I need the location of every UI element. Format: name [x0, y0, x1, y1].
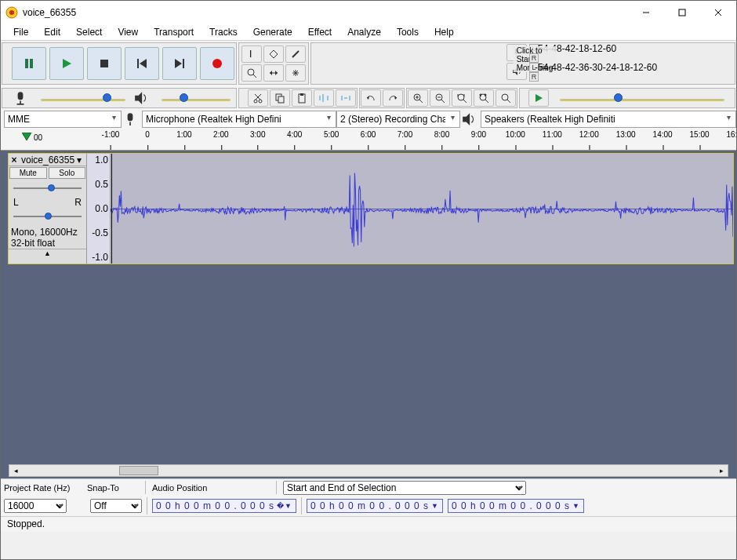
menu-view[interactable]: View: [111, 25, 144, 39]
menu-select[interactable]: Select: [70, 25, 108, 39]
track-collapse-button[interactable]: ▲: [9, 249, 86, 258]
recording-meter[interactable]: L -54-48-42 Click to Start Monitoring -1…: [529, 44, 539, 61]
envelope-tool-button[interactable]: [263, 45, 284, 63]
silence-button[interactable]: [336, 89, 356, 107]
snap-to-label: Snap-To: [87, 483, 139, 493]
zoom-tool-button[interactable]: [241, 64, 262, 82]
playback-speed-slider[interactable]: [553, 90, 727, 106]
track-mute-button[interactable]: Mute: [9, 167, 47, 179]
timeline-ruler[interactable]: 00 -1:0001:002:003:004:005:006:007:008:0…: [1, 130, 736, 151]
svg-line-58: [463, 100, 467, 103]
paste-button[interactable]: [292, 89, 312, 107]
multi-tool-button[interactable]: [285, 64, 306, 82]
horizontal-scrollbar[interactable]: ◂ ▸: [9, 464, 728, 477]
track-pan-slider[interactable]: [13, 211, 82, 222]
track-gain-slider[interactable]: [13, 183, 82, 194]
track-name[interactable]: voice_66355: [20, 155, 77, 165]
status-bar: Stopped.: [1, 516, 736, 532]
trim-button[interactable]: [314, 89, 334, 107]
minimize-button[interactable]: [628, 1, 664, 24]
svg-rect-30: [18, 92, 24, 100]
scroll-right-button[interactable]: ▸: [715, 465, 728, 476]
svg-rect-68: [128, 113, 133, 121]
playback-device-select[interactable]: Speakers (Realtek High Definiti: [481, 111, 736, 128]
playback-meter[interactable]: L -54-48-42-36-30-24-18-12-60 R: [529, 63, 539, 80]
menu-analyze[interactable]: Analyze: [341, 25, 387, 39]
svg-point-18: [248, 69, 254, 75]
menu-tracks[interactable]: Tracks: [203, 25, 244, 39]
audio-host-select[interactable]: MME: [4, 111, 122, 128]
selection-toolbar-controls: 16000 Off 0 0 h 0 0 m 0 0 . 0 0 0 s�▼ 0 …: [1, 496, 736, 516]
mic-icon: [123, 112, 137, 126]
track-vertical-scale[interactable]: 1.00.50.0-0.5-1.0: [87, 154, 111, 264]
selection-mode-select[interactable]: Start and End of Selection: [283, 481, 526, 495]
pause-button[interactable]: [12, 47, 46, 80]
svg-rect-3: [679, 9, 685, 16]
selection-end-field[interactable]: 0 0 h 0 0 m 0 0 . 0 0 0 s▼: [448, 499, 584, 513]
svg-line-37: [255, 94, 260, 100]
menu-bar: File Edit Select View Transport Tracks G…: [1, 24, 736, 41]
playhead-icon[interactable]: [22, 133, 33, 144]
timeline-head-value: 00: [34, 133, 42, 142]
scrollbar-thumb[interactable]: [119, 466, 158, 475]
maximize-button[interactable]: [664, 1, 700, 24]
play-button[interactable]: [49, 47, 84, 80]
speaker-icon: [134, 91, 148, 105]
recording-volume-slider[interactable]: [34, 90, 128, 106]
menu-tools[interactable]: Tools: [390, 25, 425, 39]
menu-file[interactable]: File: [7, 25, 34, 39]
meters-toolbar: L -54-48-42 Click to Start Monitoring -1…: [310, 42, 735, 85]
zoom-toggle-button[interactable]: [496, 89, 516, 107]
svg-point-57: [458, 94, 464, 100]
play-at-speed-button[interactable]: [528, 89, 549, 107]
menu-transport[interactable]: Transport: [147, 25, 200, 39]
track-close-button[interactable]: ×: [9, 155, 20, 165]
svg-rect-41: [300, 93, 303, 96]
skip-start-button[interactable]: [125, 47, 159, 80]
menu-effect[interactable]: Effect: [302, 25, 338, 39]
svg-rect-39: [278, 96, 284, 103]
cut-button[interactable]: [248, 89, 268, 107]
menu-help[interactable]: Help: [428, 25, 460, 39]
snap-to-select[interactable]: Off: [90, 499, 142, 513]
svg-point-65: [502, 94, 508, 100]
scroll-left-button[interactable]: ◂: [9, 465, 22, 476]
zoom-out-button[interactable]: [430, 89, 450, 107]
record-button[interactable]: [200, 47, 234, 80]
svg-point-14: [212, 59, 222, 68]
menu-edit[interactable]: Edit: [38, 25, 67, 39]
draw-tool-button[interactable]: [285, 45, 306, 63]
fit-project-button[interactable]: [474, 89, 494, 107]
recording-channels-select[interactable]: 2 (Stereo) Recording Chan: [336, 111, 460, 128]
menu-generate[interactable]: Generate: [247, 25, 299, 39]
svg-text:I: I: [249, 49, 252, 60]
svg-line-17: [292, 51, 299, 57]
selection-tool-button[interactable]: I: [241, 45, 262, 63]
svg-line-66: [507, 100, 510, 103]
svg-marker-71: [22, 133, 31, 140]
audio-track[interactable]: × voice_66355 ▾ Mute Solo LR Mono, 16000…: [8, 153, 734, 264]
zoom-in-button[interactable]: [408, 89, 428, 107]
redo-button[interactable]: [383, 89, 403, 107]
skip-end-button[interactable]: [162, 47, 197, 80]
track-waveform[interactable]: [111, 154, 733, 264]
recording-device-select[interactable]: Microphone (Realtek High Defini: [142, 111, 336, 128]
selection-toolbar-labels: Project Rate (Hz) Snap-To Audio Position…: [1, 478, 736, 496]
play-at-speed-toolbar: [519, 88, 735, 108]
undo-toolbar: [359, 88, 405, 108]
svg-line-19: [253, 75, 256, 78]
track-menu-button[interactable]: ▾: [77, 155, 86, 165]
selection-start-field[interactable]: 0 0 h 0 0 m 0 0 . 0 0 0 s▼: [307, 499, 443, 513]
track-solo-button[interactable]: Solo: [49, 167, 86, 179]
close-button[interactable]: [700, 1, 736, 24]
playback-volume-slider[interactable]: [154, 90, 233, 106]
audio-position-field[interactable]: 0 0 h 0 0 m 0 0 . 0 0 0 s�▼: [152, 499, 296, 513]
timeshift-tool-button[interactable]: [263, 64, 284, 82]
stop-button[interactable]: [87, 47, 122, 80]
window-title: voice_66355: [23, 7, 628, 18]
project-rate-select[interactable]: 16000: [4, 499, 67, 513]
copy-button[interactable]: [270, 89, 290, 107]
fit-selection-button[interactable]: [452, 89, 472, 107]
undo-button[interactable]: [361, 89, 381, 107]
app-logo-icon: [5, 6, 18, 19]
